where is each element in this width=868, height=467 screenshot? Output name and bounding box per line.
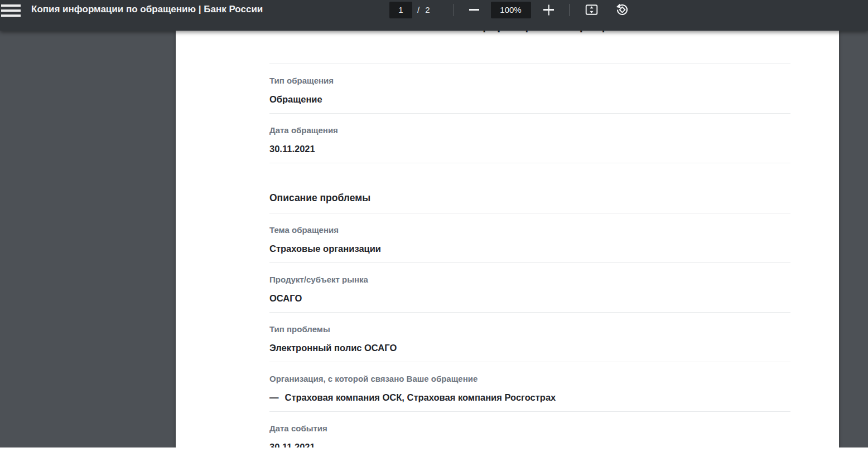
pdf-page-1: Копия информации по обращению Тип обраще… xyxy=(176,31,839,447)
zoom-in-button[interactable] xyxy=(542,3,556,17)
document-fields: Тип обращенияОбращениеДата обращения30.1… xyxy=(269,64,790,447)
field-row: Тип проблемыЭлектронный полис ОСАГО xyxy=(269,312,790,362)
field-value: ОСАГО xyxy=(269,293,790,304)
rotate-icon xyxy=(615,2,630,17)
toolbar-divider xyxy=(569,4,570,16)
field-value: Электронный полис ОСАГО xyxy=(269,342,790,353)
field-row: Тема обращенияСтраховые организации xyxy=(269,213,790,262)
pdf-canvas[interactable]: Копия информации по обращению Тип обраще… xyxy=(0,31,868,447)
fit-to-page-button[interactable] xyxy=(584,2,600,18)
field-label: Организация, с которой связано Ваше обра… xyxy=(269,373,790,384)
field-row: Организация, с которой связано Ваше обра… xyxy=(269,362,790,411)
pdf-viewer: Копия информации по обращению | Банк Рос… xyxy=(0,0,868,447)
minus-icon xyxy=(469,9,479,10)
document-title: Копия информации по обращению | Банк Рос… xyxy=(31,0,263,19)
field-value: 30.11.2021 xyxy=(269,441,790,447)
section-heading: Описание проблемы xyxy=(269,163,790,213)
field-row: Дата события30.11.2021 xyxy=(269,411,790,447)
field-label: Тема обращения xyxy=(269,225,790,235)
field-label: Тип обращения xyxy=(269,75,790,86)
field-row: Дата обращения30.11.2021 xyxy=(269,113,790,163)
field-value: Обращение xyxy=(269,94,790,105)
field-value-text: Страховая компания ОСК, Страховая компан… xyxy=(285,392,556,402)
page-number-input[interactable]: 1 xyxy=(389,2,412,18)
field-label: Дата события xyxy=(269,423,790,434)
page-separator: / xyxy=(417,5,419,14)
toolbar-controls: 1 / 2 100% xyxy=(389,1,630,18)
heading-spacer xyxy=(269,34,790,64)
menu-bar xyxy=(1,9,21,12)
page-total: 2 xyxy=(425,5,430,14)
field-label: Продукт/субъект рынка xyxy=(269,274,790,285)
field-row: Тип обращенияОбращение xyxy=(269,64,790,113)
rotate-button[interactable] xyxy=(615,2,630,18)
page-heading-clipped: Копия информации по обращению xyxy=(269,31,790,33)
dash-list-marker: — xyxy=(269,392,279,403)
zoom-out-button[interactable] xyxy=(467,3,481,17)
fit-page-icon xyxy=(584,2,599,17)
field-label: Дата обращения xyxy=(269,125,790,135)
toolbar-divider xyxy=(454,4,454,16)
field-row: Продукт/субъект рынкаОСАГО xyxy=(269,262,790,312)
menu-bar xyxy=(1,4,21,7)
menu-icon[interactable] xyxy=(1,4,21,17)
menu-bar xyxy=(1,14,21,17)
field-value: Страховые организации xyxy=(269,243,790,254)
plus-icon-vertical xyxy=(548,4,549,15)
field-label: Тип проблемы xyxy=(269,324,790,334)
host-page-background xyxy=(0,447,868,467)
pdf-toolbar: Копия информации по обращению | Банк Рос… xyxy=(0,0,868,31)
zoom-level-input[interactable]: 100% xyxy=(491,2,531,18)
field-value: 30.11.2021 xyxy=(269,143,790,154)
field-value: —Страховая компания ОСК, Страховая компа… xyxy=(269,392,790,403)
